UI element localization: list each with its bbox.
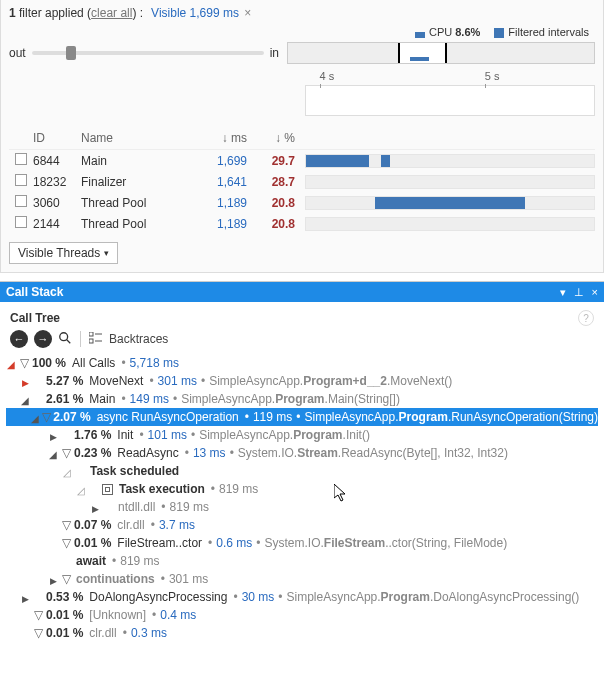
time-link[interactable]: 149 ms xyxy=(130,392,169,406)
node-name: ntdll.dll xyxy=(118,500,155,514)
table-row[interactable]: 3060Thread Pool1,18920.8 xyxy=(9,192,595,213)
thread-pct: 29.7 xyxy=(247,154,295,168)
thread-id: 3060 xyxy=(33,196,81,210)
search-icon[interactable] xyxy=(58,331,72,348)
col-pct[interactable]: ↓ % xyxy=(247,131,295,145)
expand-icon[interactable] xyxy=(62,465,72,478)
backtraces-icon[interactable] xyxy=(89,332,103,347)
zoom-out-label: out xyxy=(9,46,26,60)
signature: System.IO.Stream.ReadAsync(Byte[], Int32… xyxy=(238,446,508,460)
expand-icon[interactable] xyxy=(48,573,58,586)
expand-icon[interactable] xyxy=(48,447,58,460)
nav-back-button[interactable]: ← xyxy=(10,330,28,348)
col-ms[interactable]: ↓ ms xyxy=(191,131,247,145)
node-name: clr.dll xyxy=(117,518,144,532)
table-row[interactable]: 6844Main1,69929.7 xyxy=(9,150,595,171)
node-name: Task execution xyxy=(119,482,205,496)
visible-threads-button[interactable]: Visible Threads ▾ xyxy=(9,242,118,264)
tree-node[interactable]: await•819 ms xyxy=(6,552,598,570)
percent: 0.53 % xyxy=(46,590,83,604)
filter-chip[interactable]: Visible 1,699 ms × xyxy=(151,6,251,20)
hotspot-icon: ▽ xyxy=(32,608,44,622)
tree-node[interactable]: ▽2.07 %async RunAsyncOperation•119 ms•Si… xyxy=(6,408,598,426)
help-icon[interactable]: ? xyxy=(578,310,594,326)
time-link[interactable]: 301 ms xyxy=(158,374,197,388)
expand-icon[interactable] xyxy=(6,357,16,370)
expand-icon[interactable] xyxy=(20,375,30,388)
pin-icon[interactable]: ⊥ xyxy=(574,286,584,299)
node-name: ReadAsync xyxy=(117,446,178,460)
tree-node[interactable]: 0.53 %DoAlongAsyncProcessing•30 ms•Simpl… xyxy=(6,588,598,606)
node-name: async RunAsyncOperation xyxy=(97,410,239,424)
separator xyxy=(80,331,81,347)
svg-point-0 xyxy=(60,332,68,340)
close-icon[interactable]: × xyxy=(244,6,251,20)
tree-node[interactable]: 2.61 %Main•149 ms•SimpleAsyncApp.Program… xyxy=(6,390,598,408)
percent: 2.61 % xyxy=(46,392,83,406)
thread-name: Thread Pool xyxy=(81,217,191,231)
expand-icon[interactable] xyxy=(76,483,86,496)
nav-forward-button[interactable]: → xyxy=(34,330,52,348)
tree-node[interactable]: ▽0.07 %clr.dll•3.7 ms xyxy=(6,516,598,534)
table-row[interactable]: 18232Finalizer1,64128.7 xyxy=(9,171,595,192)
tree-node[interactable]: ▽0.23 %ReadAsync•13 ms•System.IO.Stream.… xyxy=(6,444,598,462)
percent: 0.01 % xyxy=(74,536,111,550)
time-value: 819 ms xyxy=(170,500,209,514)
tree-node[interactable]: ▽0.01 %clr.dll•0.3 ms xyxy=(6,624,598,642)
expand-icon[interactable] xyxy=(20,591,30,604)
tree-node[interactable]: 5.27 %MoveNext•301 ms•SimpleAsyncApp.Pro… xyxy=(6,372,598,390)
expand-icon[interactable] xyxy=(30,411,39,424)
checkbox[interactable] xyxy=(15,153,27,165)
time-link[interactable]: 13 ms xyxy=(193,446,226,460)
window-dropdown-icon[interactable]: ▾ xyxy=(560,286,566,299)
node-name: FileStream..ctor xyxy=(117,536,202,550)
time-link[interactable]: 101 ms xyxy=(148,428,187,442)
time-link[interactable]: 3.7 ms xyxy=(159,518,195,532)
svg-line-1 xyxy=(67,339,71,343)
tree-node[interactable]: Task execution•819 ms xyxy=(6,480,598,498)
checkbox[interactable] xyxy=(15,216,27,228)
tree-node[interactable]: ▽100 %All Calls•5,718 ms xyxy=(6,354,598,372)
signature: SimpleAsyncApp.Program.Main(String[]) xyxy=(181,392,400,406)
zoom-row: out in xyxy=(9,42,595,64)
close-icon[interactable]: × xyxy=(592,286,598,298)
time-link[interactable]: 119 ms xyxy=(253,410,292,424)
hotspot-icon: ▽ xyxy=(60,446,72,460)
timeline-bar xyxy=(410,57,428,61)
backtraces-label[interactable]: Backtraces xyxy=(109,332,168,346)
col-name[interactable]: Name xyxy=(81,131,191,145)
time-chart[interactable] xyxy=(305,86,595,116)
checkbox[interactable] xyxy=(15,195,27,207)
time-link[interactable]: 0.6 ms xyxy=(216,536,252,550)
hotspot-icon: ▽ xyxy=(41,410,51,424)
thread-id: 6844 xyxy=(33,154,81,168)
node-name: continuations xyxy=(76,572,155,586)
time-link[interactable]: 5,718 ms xyxy=(130,356,179,370)
tree-node[interactable]: ▽continuations•301 ms xyxy=(6,570,598,588)
timeline-overview[interactable] xyxy=(287,42,595,64)
slider-track[interactable] xyxy=(32,51,264,55)
tree-node[interactable]: ntdll.dll•819 ms xyxy=(6,498,598,516)
tree-node[interactable]: ▽0.01 %FileStream..ctor•0.6 ms•System.IO… xyxy=(6,534,598,552)
expand-icon[interactable] xyxy=(48,429,58,442)
signature: SimpleAsyncApp.Program.DoAlongAsyncProce… xyxy=(287,590,580,604)
time-link[interactable]: 30 ms xyxy=(242,590,275,604)
expand-icon[interactable] xyxy=(20,393,30,406)
clear-all-link[interactable]: clear all xyxy=(91,6,132,20)
expand-icon[interactable] xyxy=(90,501,100,514)
svg-rect-2 xyxy=(89,332,93,336)
tree-node[interactable]: 1.76 %Init•101 ms•SimpleAsyncApp.Program… xyxy=(6,426,598,444)
node-name: clr.dll xyxy=(89,626,116,640)
tree-node[interactable]: ▽0.01 %[Unknown]•0.4 ms xyxy=(6,606,598,624)
zoom-slider[interactable]: out in xyxy=(9,46,279,60)
call-tree[interactable]: ▽100 %All Calls•5,718 ms5.27 %MoveNext•3… xyxy=(0,352,604,650)
thread-name: Finalizer xyxy=(81,175,191,189)
time-link[interactable]: 0.4 ms xyxy=(160,608,196,622)
table-row[interactable]: 2144Thread Pool1,18920.8 xyxy=(9,213,595,234)
signature: SimpleAsyncApp.Program.RunAsyncOperation… xyxy=(305,410,598,424)
time-link[interactable]: 0.3 ms xyxy=(131,626,167,640)
tree-node[interactable]: Task scheduled xyxy=(6,462,598,480)
checkbox[interactable] xyxy=(15,174,27,186)
col-id[interactable]: ID xyxy=(33,131,81,145)
slider-thumb[interactable] xyxy=(66,46,76,60)
